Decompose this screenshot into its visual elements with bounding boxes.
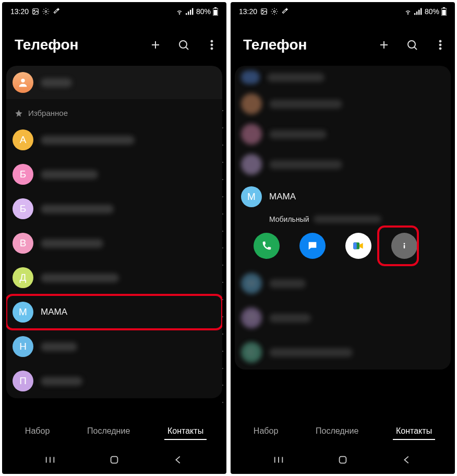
svg-point-12 (211, 40, 213, 42)
contact-row[interactable]: С (235, 335, 451, 370)
tab-contacts[interactable]: Контакты (393, 422, 435, 440)
status-bar: 13:20 80% (231, 2, 455, 21)
svg-point-13 (211, 44, 213, 46)
tab-contacts[interactable]: Контакты (164, 422, 207, 440)
contact-row[interactable]: Б (6, 157, 222, 192)
my-profile-row[interactable] (6, 66, 222, 99)
call-button[interactable] (254, 233, 280, 259)
search-icon[interactable] (406, 39, 418, 51)
back-nav-icon[interactable] (173, 454, 184, 466)
avatar: С (241, 342, 262, 363)
search-icon[interactable] (177, 39, 190, 51)
blurred-name (41, 78, 72, 87)
contact-row[interactable]: Н (235, 266, 451, 301)
contact-row[interactable]: А (6, 123, 222, 157)
avatar: П (241, 307, 262, 328)
star-icon (15, 109, 23, 117)
blurred-name (41, 377, 82, 386)
svg-point-11 (179, 41, 187, 48)
recents-nav-icon[interactable] (273, 454, 284, 466)
phone-type-row: Мобильный (269, 215, 444, 223)
blurred-name (41, 342, 77, 351)
contact-name: МАМА (41, 307, 67, 317)
svg-point-36 (404, 243, 405, 244)
contact-row[interactable]: Д (6, 260, 222, 295)
svg-point-3 (179, 14, 179, 14)
avatar: Б (13, 198, 33, 219)
svg-point-28 (408, 41, 415, 48)
avatar: Н (13, 336, 33, 357)
contact-row[interactable]: Б (6, 192, 222, 226)
back-nav-icon[interactable] (401, 454, 413, 466)
avatar (241, 70, 260, 84)
blurred-name (41, 273, 119, 282)
app-header: Телефон (2, 21, 226, 66)
svg-point-31 (439, 47, 441, 50)
tab-recent[interactable]: Последние (84, 422, 133, 440)
message-button[interactable] (299, 233, 326, 259)
video-call-button[interactable] (345, 233, 371, 259)
svg-rect-24 (420, 8, 422, 15)
blurred-name (269, 348, 353, 357)
more-icon[interactable] (434, 39, 447, 51)
avatar (241, 154, 262, 175)
wand-icon (281, 8, 288, 15)
contact-row[interactable] (235, 66, 451, 89)
svg-point-1 (34, 10, 35, 11)
gear-icon (271, 8, 278, 15)
svg-rect-27 (442, 10, 446, 15)
bottom-tabs: Набор Последние Контакты (2, 416, 226, 446)
contact-row[interactable]: П (235, 301, 451, 335)
contact-row[interactable]: Н (6, 329, 222, 364)
avatar: М (13, 302, 33, 323)
highlight-box (6, 294, 222, 330)
contacts-list[interactable]: Избранное А Б Б В Д М МАМА Н П (2, 66, 226, 416)
home-nav-icon[interactable] (109, 454, 120, 466)
svg-rect-10 (214, 10, 218, 15)
avatar: П (13, 371, 33, 391)
contacts-list[interactable]: М МАМА Мобильный Н П С (231, 66, 455, 416)
wand-icon (53, 8, 60, 15)
blurred-name (269, 100, 342, 109)
svg-point-29 (439, 40, 441, 42)
svg-rect-7 (192, 8, 193, 15)
blurred-name (41, 170, 98, 179)
svg-rect-22 (416, 11, 417, 15)
image-icon (260, 8, 268, 15)
wifi-icon (404, 8, 412, 15)
svg-rect-21 (414, 13, 415, 15)
recents-nav-icon[interactable] (44, 454, 56, 466)
blurred-name (41, 239, 103, 248)
contact-row[interactable]: В (6, 226, 222, 260)
svg-point-2 (45, 10, 47, 13)
status-battery: 80% (196, 7, 211, 16)
avatar (241, 93, 262, 114)
status-bar: 13:20 80% (2, 2, 226, 21)
svg-point-15 (21, 79, 25, 82)
tab-dial[interactable]: Набор (250, 422, 281, 440)
svg-rect-16 (111, 457, 118, 463)
gear-icon (42, 8, 50, 15)
index-scrollbar[interactable] (220, 102, 225, 411)
add-icon[interactable] (149, 39, 162, 51)
phone-screen-right: 13:20 80% Телефон М МАМА (231, 2, 455, 474)
contact-row[interactable] (235, 149, 451, 180)
avatar: А (13, 129, 33, 150)
contact-row[interactable] (235, 119, 451, 149)
blurred-number (314, 216, 381, 223)
home-nav-icon[interactable] (337, 454, 348, 466)
tab-recent[interactable]: Последние (312, 422, 362, 440)
contact-row-mama[interactable]: М МАМА (6, 295, 222, 329)
info-button[interactable] (391, 233, 417, 259)
contact-name: МАМА (269, 192, 296, 202)
add-icon[interactable] (378, 39, 390, 51)
app-title: Телефон (243, 37, 307, 53)
contact-row-mama-expanded[interactable]: М МАМА (235, 180, 451, 214)
tab-dial[interactable]: Набор (22, 422, 53, 440)
contact-row[interactable]: П (6, 364, 222, 398)
blurred-name (41, 205, 114, 213)
avatar: М (241, 186, 262, 207)
contact-row[interactable] (235, 89, 451, 119)
status-time: 13:20 (239, 7, 257, 16)
more-icon[interactable] (206, 39, 218, 51)
